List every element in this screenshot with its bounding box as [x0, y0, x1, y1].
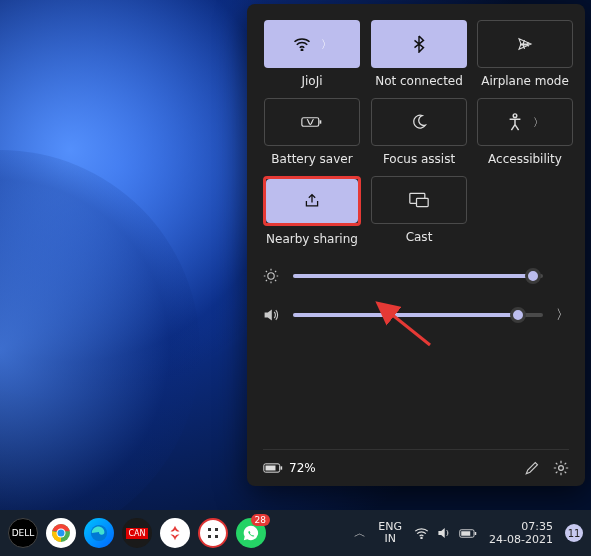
bluetooth-tile[interactable]	[371, 20, 467, 68]
svg-rect-18	[215, 528, 218, 531]
svg-point-0	[301, 49, 303, 51]
svg-rect-5	[417, 198, 429, 206]
share-icon	[303, 193, 321, 209]
chevron-right-icon[interactable]: 〉	[555, 306, 569, 324]
chrome-app-icon[interactable]	[46, 518, 76, 548]
edit-button[interactable]	[524, 461, 539, 476]
focus-assist-label: Focus assist	[383, 152, 455, 166]
whatsapp-app-icon[interactable]: 28	[236, 518, 266, 548]
pencil-icon	[524, 461, 539, 476]
dell-app-icon[interactable]: DELL	[8, 518, 38, 548]
taskbar: DELL CAN 28 ︿ ENG IN 07:35 24-08-2021 11	[0, 510, 591, 556]
panel-footer: 72%	[263, 449, 569, 476]
system-icons-button[interactable]	[414, 526, 477, 540]
svg-rect-23	[475, 532, 477, 535]
brightness-icon	[263, 268, 281, 284]
accessibility-icon	[507, 113, 523, 131]
language-indicator[interactable]: ENG IN	[378, 521, 402, 545]
cast-icon	[409, 192, 429, 208]
battery-percent: 72%	[289, 461, 316, 475]
battery-saver-icon	[301, 115, 323, 129]
quick-settings-panel: 〉 JioJi Not connected Airplane mode Batt…	[247, 4, 585, 486]
svg-point-6	[268, 273, 274, 279]
system-tray: ︿ ENG IN 07:35 24-08-2021 11	[354, 520, 583, 546]
svg-rect-17	[208, 528, 211, 531]
battery-saver-label: Battery saver	[271, 152, 352, 166]
sliders-section: 〉	[263, 268, 569, 324]
moon-icon	[411, 114, 427, 130]
annotation-highlight	[263, 176, 361, 226]
battery-icon	[263, 462, 283, 474]
nearby-sharing-tile[interactable]	[266, 179, 358, 223]
wifi-label: JioJi	[301, 74, 322, 88]
quick-settings-grid: 〉 JioJi Not connected Airplane mode Batt…	[263, 20, 569, 246]
speaker-icon	[263, 307, 281, 323]
cast-tile[interactable]	[371, 176, 467, 224]
chevron-right-icon: 〉	[321, 37, 332, 52]
svg-rect-19	[208, 535, 211, 538]
settings-button[interactable]	[553, 460, 569, 476]
edge-app-icon[interactable]	[84, 518, 114, 548]
battery-icon	[459, 528, 477, 539]
svg-rect-24	[461, 531, 470, 536]
svg-rect-8	[281, 466, 283, 469]
chevron-right-icon: 〉	[533, 115, 544, 130]
nearby-sharing-label: Nearby sharing	[266, 232, 358, 246]
volume-slider-row: 〉	[263, 306, 569, 324]
canada-app-icon[interactable]: CAN	[122, 518, 152, 548]
bluetooth-icon	[413, 35, 425, 53]
svg-point-10	[559, 466, 564, 471]
volume-slider[interactable]	[293, 313, 543, 317]
accessibility-tile[interactable]: 〉	[477, 98, 573, 146]
wifi-icon	[293, 37, 311, 51]
brightness-slider-row	[263, 268, 569, 284]
airplane-icon	[516, 36, 534, 52]
svg-rect-20	[215, 535, 218, 538]
accessibility-label: Accessibility	[488, 152, 562, 166]
clock-date: 24-08-2021	[489, 533, 553, 546]
tray-overflow-button[interactable]: ︿	[354, 525, 366, 542]
airplane-tile[interactable]	[477, 20, 573, 68]
brightness-slider[interactable]	[293, 274, 543, 278]
huawei-app-icon[interactable]	[160, 518, 190, 548]
clock[interactable]: 07:35 24-08-2021	[489, 520, 553, 546]
wifi-tile[interactable]: 〉	[264, 20, 360, 68]
svg-point-15	[58, 530, 65, 537]
wifi-icon	[414, 527, 429, 539]
speaker-icon	[437, 526, 451, 540]
notification-count[interactable]: 11	[565, 524, 583, 542]
svg-point-3	[513, 114, 517, 118]
battery-status[interactable]: 72%	[263, 461, 316, 475]
clock-time: 07:35	[489, 520, 553, 533]
battery-saver-tile[interactable]	[264, 98, 360, 146]
recorder-app-icon[interactable]	[198, 518, 228, 548]
cast-label: Cast	[406, 230, 433, 244]
airplane-label: Airplane mode	[481, 74, 569, 88]
bluetooth-label: Not connected	[375, 74, 463, 88]
gear-icon	[553, 460, 569, 476]
focus-assist-tile[interactable]	[371, 98, 467, 146]
whatsapp-badge: 28	[251, 514, 270, 526]
svg-point-21	[421, 537, 422, 538]
svg-rect-2	[320, 120, 322, 123]
svg-rect-9	[266, 466, 276, 471]
